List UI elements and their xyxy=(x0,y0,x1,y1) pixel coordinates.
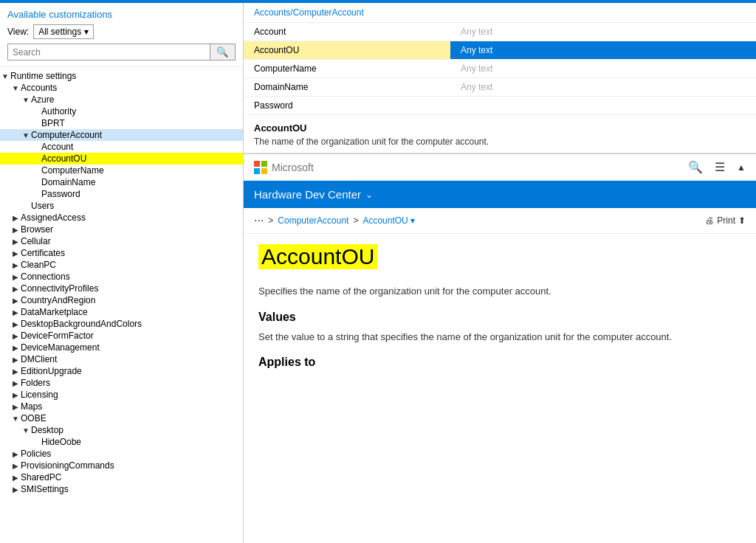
ms-search-icon[interactable]: 🔍 xyxy=(688,160,703,174)
tree-label: ProvisioningCommands xyxy=(21,460,114,471)
tree-item-hideoobe[interactable]: HideOobe xyxy=(0,436,243,448)
ms-breadcrumb-current[interactable]: AccountOU ▾ xyxy=(362,215,415,226)
tree-expand-icon: ▶ xyxy=(10,332,21,340)
tree-item-smisettings[interactable]: ▶ SMISettings xyxy=(0,483,243,495)
ms-doc-panel: Microsoft 🔍 ☰ ▲ Hardware Dev Center ⌄ ··… xyxy=(244,153,756,543)
ms-share-icon: ⬆ xyxy=(738,215,746,226)
ms-logo-icon xyxy=(254,161,267,174)
tree-item-devicemanagement[interactable]: ▶ DeviceManagement xyxy=(0,342,243,353)
tree-item-password[interactable]: Password xyxy=(0,188,243,200)
tree-label: Licensing xyxy=(21,390,58,400)
tree-label: BPRT xyxy=(41,118,65,128)
tree-item-users[interactable]: Users xyxy=(0,200,243,212)
tree-item-policies[interactable]: ▶ Policies xyxy=(0,448,243,460)
tree-label: DataMarketplace xyxy=(21,307,88,317)
property-row[interactable]: AccountAny text xyxy=(244,23,756,41)
tree-expand-icon: ▼ xyxy=(21,131,31,139)
tree-item-account[interactable]: Account xyxy=(0,141,243,153)
tree-item-runtime-settings[interactable]: ▼ Runtime settings xyxy=(0,70,243,82)
tree-label: HideOobe xyxy=(41,437,81,447)
ms-breadcrumb-dots[interactable]: ··· xyxy=(254,214,264,227)
tree-item-accounts[interactable]: ▼ Accounts xyxy=(0,82,243,94)
tree-item-desktopbackgroundandcolors[interactable]: ▶ DesktopBackgroundAndColors xyxy=(0,318,243,330)
tree-item-bprt[interactable]: BPRT xyxy=(0,117,243,129)
tree-item-authority[interactable]: Authority xyxy=(0,106,243,117)
tree-expand-icon: ▶ xyxy=(10,485,21,494)
tree-expand-icon: ▶ xyxy=(10,403,21,411)
ms-menu-icon[interactable]: ☰ xyxy=(715,160,725,174)
ms-breadcrumb-parent[interactable]: ComputerAccount xyxy=(278,215,348,226)
property-value[interactable] xyxy=(450,97,756,115)
ms-logo-red xyxy=(254,161,260,167)
tree-item-connections[interactable]: ▶ Connections xyxy=(0,271,243,283)
tree-expand-icon: ▼ xyxy=(10,84,21,92)
tree-item-certificates[interactable]: ▶ Certificates xyxy=(0,247,243,259)
tree-label: Password xyxy=(41,189,80,199)
ms-values-text: Set the value to a string that specifies… xyxy=(258,330,741,345)
tree-label: DesktopBackgroundAndColors xyxy=(21,319,142,329)
tree-expand-icon: ▶ xyxy=(10,474,21,482)
tree-label: Certificates xyxy=(21,248,65,258)
tree-item-browser[interactable]: ▶ Browser xyxy=(0,224,243,235)
tree-item-assignedaccess[interactable]: ▶ AssignedAccess xyxy=(0,212,243,224)
property-value[interactable]: Any text xyxy=(450,60,756,78)
property-row[interactable]: DomainNameAny text xyxy=(244,78,756,97)
tree-label: CleanPC xyxy=(21,260,56,270)
tree-item-computeraccount[interactable]: ▼ ComputerAccount xyxy=(0,129,243,141)
property-value[interactable]: Any text xyxy=(450,41,756,60)
tree-item-folders[interactable]: ▶ Folders xyxy=(0,377,243,389)
left-header: Available customizations View: All setti… xyxy=(0,3,243,67)
dropdown-arrow-icon: ▾ xyxy=(84,27,89,37)
tree-label: DomainName xyxy=(41,177,95,187)
tree-item-cleanpc[interactable]: ▶ CleanPC xyxy=(0,259,243,271)
ms-applies-heading: Applies to xyxy=(258,356,741,369)
tree-expand-icon: ▼ xyxy=(10,415,21,423)
property-row[interactable]: AccountOUAny text xyxy=(244,41,756,60)
tree-expand-icon: ▶ xyxy=(10,285,21,293)
tree-item-dmclient[interactable]: ▶ DMClient xyxy=(0,353,243,365)
tree-item-provisioningcommands[interactable]: ▶ ProvisioningCommands xyxy=(0,460,243,471)
tree-item-datamarketplace[interactable]: ▶ DataMarketplace xyxy=(0,306,243,318)
tree-item-licensing[interactable]: ▶ Licensing xyxy=(0,389,243,401)
tree-item-computername[interactable]: ComputerName xyxy=(0,165,243,176)
tree-item-cellular[interactable]: ▶ Cellular xyxy=(0,235,243,247)
ms-scroll-up-icon[interactable]: ▲ xyxy=(737,162,746,173)
right-panel: Accounts/ComputerAccount AccountAny text… xyxy=(244,3,756,543)
tree-item-maps[interactable]: ▶ Maps xyxy=(0,401,243,412)
tree-item-sharedpc[interactable]: ▶ SharedPC xyxy=(0,471,243,483)
tree-expand-icon: ▶ xyxy=(10,320,21,328)
tree-container: ▼ Runtime settings ▼ Accounts ▼ Azure Au… xyxy=(0,67,243,543)
property-row[interactable]: Password xyxy=(244,97,756,115)
search-input[interactable] xyxy=(8,45,210,60)
property-name: DomainName xyxy=(244,78,450,97)
left-panel: Available customizations View: All setti… xyxy=(0,3,244,543)
property-value[interactable]: Any text xyxy=(450,78,756,97)
tree-item-countryandregion[interactable]: ▶ CountryAndRegion xyxy=(0,294,243,306)
tree-label: Azure xyxy=(31,94,54,105)
ms-nav-title: Hardware Dev Center xyxy=(254,188,361,201)
tree-label: Cellular xyxy=(21,236,51,246)
tree-item-oobe[interactable]: ▼ OOBE xyxy=(0,412,243,424)
view-dropdown[interactable]: All settings ▾ xyxy=(33,24,94,39)
tree-item-editionupgrade[interactable]: ▶ EditionUpgrade xyxy=(0,365,243,377)
tree-item-domainname[interactable]: DomainName xyxy=(0,176,243,188)
tree-label: AccountOU xyxy=(41,153,86,164)
property-row[interactable]: ComputerNameAny text xyxy=(244,60,756,78)
tree-label: Maps xyxy=(21,401,42,412)
tree-item-deviceformfactor[interactable]: ▶ DeviceFormFactor xyxy=(0,330,243,342)
tree-expand-icon: ▶ xyxy=(10,391,21,399)
tree-item-azure[interactable]: ▼ Azure xyxy=(0,94,243,106)
ms-nav-bar[interactable]: Hardware Dev Center ⌄ xyxy=(244,181,756,208)
tree-item-connectivityprofiles[interactable]: ▶ ConnectivityProfiles xyxy=(0,283,243,294)
ms-logo: Microsoft xyxy=(254,161,314,174)
tree-item-desktop[interactable]: ▼ Desktop xyxy=(0,424,243,436)
ms-print-button[interactable]: 🖨 Print ⬆ xyxy=(705,215,746,226)
tree-label: Folders xyxy=(21,378,50,388)
search-button[interactable]: 🔍 xyxy=(210,44,235,60)
tree-label: Browser xyxy=(21,224,53,235)
property-value[interactable]: Any text xyxy=(450,23,756,41)
tree-label: EditionUpgrade xyxy=(21,366,82,376)
tree-expand-icon: ▼ xyxy=(21,426,31,435)
tree-item-accountou[interactable]: AccountOU xyxy=(0,153,243,165)
view-option-label: All settings xyxy=(38,27,81,37)
